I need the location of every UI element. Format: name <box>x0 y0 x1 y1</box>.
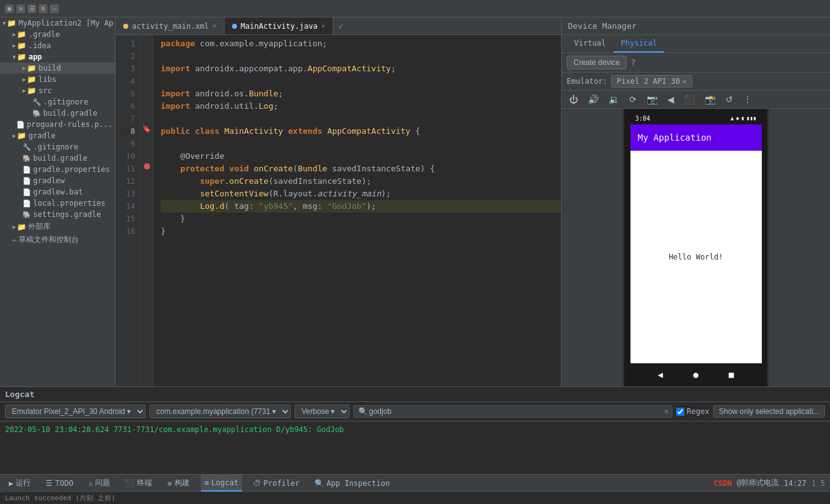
back-button[interactable]: ◀ <box>665 93 677 106</box>
gutter-11[interactable] <box>141 160 153 173</box>
code-editor[interactable]: 1 2 3 4 5 6 7 8 9 10 11 12 13 14 15 16 <box>116 35 561 386</box>
screenshot-button[interactable]: 📷 <box>644 93 660 106</box>
verbose-select[interactable]: Verbose ▾ <box>295 405 350 418</box>
minimize-icon[interactable]: — <box>50 4 59 13</box>
code-content[interactable]: package com.example.myapplication; impor… <box>153 35 561 386</box>
sidebar-item-libs[interactable]: ▶ 📁 libs <box>0 74 115 85</box>
sidebar-item-localprops[interactable]: 📄 local.properties <box>0 198 115 209</box>
sidebar-item-build[interactable]: ▶ 📁 build <box>0 63 115 74</box>
search-input[interactable] <box>353 405 672 418</box>
emulator-close-icon[interactable]: × <box>682 78 687 86</box>
sidebar-item-gradleprops[interactable]: 📄 gradle.properties <box>0 164 115 175</box>
phone-content: Hello World! <box>630 151 762 363</box>
status-build[interactable]: ⚒ 构建 <box>163 475 193 491</box>
status-problems[interactable]: ⚠ 问题 <box>84 475 114 491</box>
regex-checkbox-wrap: Regex <box>676 407 709 416</box>
status-bar: ▶ 运行 ☰ TODO ⚠ 问题 ⬛ 终端 ⚒ 构建 ≡ Logcat ⏱ Pr… <box>0 474 830 491</box>
tab-physical[interactable]: Physical <box>614 35 665 53</box>
profiler-icon: ⏱ <box>253 479 261 488</box>
sidebar-item-idea[interactable]: ▶ 📁 .idea <box>0 40 115 51</box>
sidebar-item-gradle[interactable]: ▶ 📁 .gradle <box>0 29 115 40</box>
kw-class: class <box>195 125 220 138</box>
tab-close-java[interactable]: × <box>321 23 325 29</box>
status-run[interactable]: ▶ 运行 <box>5 475 34 491</box>
class-name: Bundle <box>298 163 327 175</box>
sidebar-item-gitignore1[interactable]: 🔧 .gitignore <box>0 96 115 108</box>
icon-3[interactable]: ☰ <box>28 4 36 13</box>
build-label: 构建 <box>175 478 190 488</box>
settings-icon[interactable]: ⚙ <box>39 4 48 13</box>
phone-home-button[interactable]: ● <box>693 370 698 380</box>
package-select[interactable]: com.example.myapplication (7731 ▾ <box>149 405 291 418</box>
code-line-8: public class MainActivity extends AppCom… <box>161 125 561 138</box>
chevron-icon: ▼ <box>13 54 16 60</box>
status-logcat[interactable]: ≡ Logcat <box>201 475 243 491</box>
code-text <box>283 125 288 138</box>
signal-bars: ▮▮▮ <box>746 115 756 121</box>
kw-extends: extends <box>288 125 323 138</box>
code-line-7 <box>161 113 561 125</box>
code-text: . <box>225 175 230 188</box>
ln-16: 16 <box>116 225 140 238</box>
chevron-icon: ▶ <box>13 43 16 49</box>
volume-down-button[interactable]: 🔉 <box>606 93 622 106</box>
sidebar-item-buildgradle1[interactable]: 🐘 build.gradle <box>0 108 115 119</box>
sidebar-project-root[interactable]: ▼ 📁 MyApplication2 [My Ap <box>0 18 115 29</box>
status-app-inspection[interactable]: 🔍 App Inspection <box>311 475 393 491</box>
status-terminal[interactable]: ⬛ 终端 <box>121 475 156 491</box>
rotate-button[interactable]: ⟳ <box>627 93 639 106</box>
search-clear-icon[interactable]: × <box>664 407 669 416</box>
sidebar-label: .idea <box>28 41 51 50</box>
icon-2[interactable]: ≡ <box>16 4 25 13</box>
emulator-chip[interactable]: Pixel 2 API 30 × <box>611 75 692 88</box>
code-text: android.util. <box>190 100 259 113</box>
refresh-button[interactable]: ↺ <box>723 93 736 106</box>
folder-icon: 📁 <box>17 53 26 61</box>
title-bar-icons: ▣ ≡ ☰ ⚙ — <box>5 4 59 13</box>
code-text <box>161 163 180 175</box>
emulator-select[interactable]: Emulator Pixel_2_API_30 Android ▾ <box>5 405 146 418</box>
code-text <box>249 163 254 175</box>
more-button[interactable]: ⋮ <box>741 93 754 106</box>
sidebar-item-drafts[interactable]: ✏ 草稿文件和控制台 <box>0 233 115 246</box>
gutter-10 <box>141 148 153 160</box>
tab-virtual[interactable]: Virtual <box>567 35 614 53</box>
camera-button[interactable]: 📸 <box>702 93 718 106</box>
phone-recent-button[interactable]: ■ <box>729 370 734 380</box>
gradle-icon: 🐘 <box>33 109 41 118</box>
code-line-1: package com.example.myapplication; <box>161 38 561 50</box>
sidebar-item-gradle-folder[interactable]: ▶ 📁 gradle <box>0 130 115 141</box>
sidebar-item-proguard[interactable]: 📄 proguard-rules.p... <box>0 119 115 130</box>
code-line-10: @Override <box>161 150 561 163</box>
code-text: savedInstanceState) { <box>327 163 435 175</box>
tab-close-xml[interactable]: × <box>213 23 216 29</box>
gradle-icon: 🐘 <box>23 211 31 219</box>
sidebar-item-gradlew[interactable]: 📄 gradlew <box>0 175 115 186</box>
tab-main-activity[interactable]: MainActivity.java × <box>225 18 333 34</box>
sidebar-item-src[interactable]: ▶ 📁 src <box>0 85 115 96</box>
show-only-button[interactable]: Show only selected applicati... <box>713 405 825 418</box>
emulator-label: Emulator: <box>567 77 607 86</box>
regex-checkbox[interactable] <box>676 408 684 416</box>
tab-activity-main[interactable]: activity_main.xml × <box>116 18 225 34</box>
sidebar-item-gradlewbat[interactable]: 📄 gradlew.bat <box>0 186 115 198</box>
sidebar-item-buildgradle2[interactable]: 🐘 build.gradle <box>0 153 115 164</box>
kw-protected: protected <box>180 163 224 175</box>
help-icon[interactable]: ? <box>630 58 635 68</box>
volume-up-button[interactable]: 🔊 <box>585 93 601 106</box>
phone-back-button[interactable]: ◀ <box>658 370 663 380</box>
sidebar-item-external[interactable]: ▶ 📁 外部库 <box>0 220 115 233</box>
power-button[interactable]: ⏻ <box>567 93 580 106</box>
todo-label: TODO <box>55 479 73 488</box>
icon-1[interactable]: ▣ <box>5 4 14 13</box>
phone-screen-area: 3:04 ▲ ◆ ▮ ▮▮▮ My Application Hello Worl… <box>562 109 830 386</box>
create-device-button[interactable]: Create device <box>567 56 627 69</box>
sidebar-item-settingsgradle[interactable]: 🐘 settings.gradle <box>0 209 115 220</box>
stop-button[interactable]: ⬛ <box>682 93 697 106</box>
phone-time: 3:04 <box>635 115 650 122</box>
chevron-icon: ▶ <box>13 224 16 230</box>
sidebar-item-app[interactable]: ▼ 📁 app <box>0 51 115 63</box>
status-todo[interactable]: ☰ TODO <box>42 475 77 491</box>
status-profiler[interactable]: ⏱ Profiler <box>250 475 303 491</box>
sidebar-item-gitignore2[interactable]: 🔧 .gitignore <box>0 141 115 153</box>
